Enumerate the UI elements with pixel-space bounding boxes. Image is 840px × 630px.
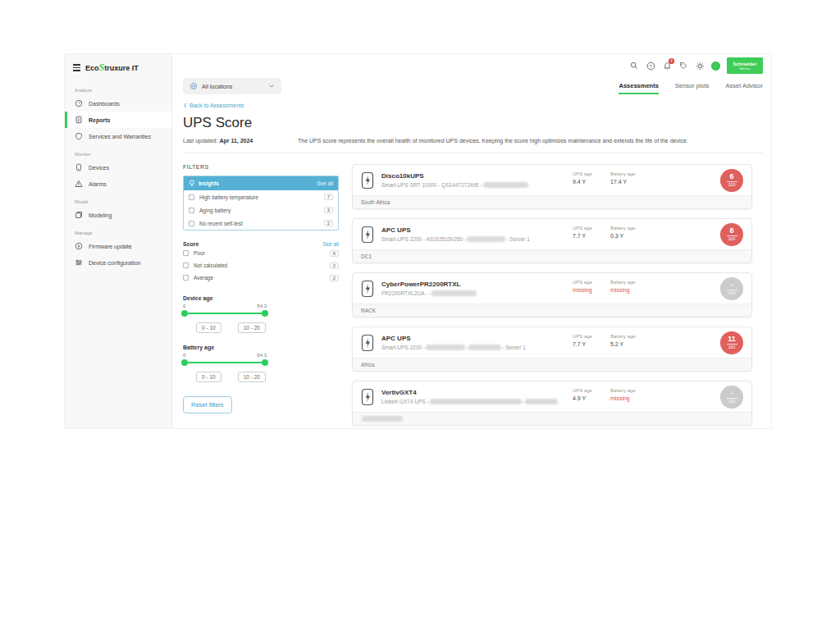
location-selector[interactable]: All locations — [183, 78, 281, 94]
ups-age-value: 7.7 Y — [573, 341, 592, 347]
slider-handle-max[interactable] — [262, 359, 268, 366]
battery-age-range-10-20[interactable]: 10 - 20 — [238, 372, 266, 382]
ups-device-icon — [361, 171, 374, 189]
sidebar-item-alarms[interactable]: Alarms — [65, 176, 171, 192]
score-denominator: 100 — [728, 291, 735, 295]
tabs: Assessments Sensor plots Asset Advisor — [619, 82, 763, 94]
slider-handle-min[interactable] — [181, 310, 188, 317]
device-model-serial: Smart-UPS 2200 - AS1635150260 - - Server… — [381, 236, 530, 242]
sidebar-header: EcoStruxure IT — [65, 54, 171, 80]
count-chip: 2 — [324, 220, 333, 226]
sidebar-item-reports[interactable]: Reports — [65, 112, 171, 128]
battery-age-slider[interactable] — [183, 359, 267, 366]
sidebar-item-modeling[interactable]: Modeling — [65, 207, 171, 223]
battery-age-value: 5.2 Y — [610, 341, 636, 347]
checkbox[interactable] — [189, 194, 194, 200]
device-card[interactable]: Disco10kUPS Smart-UPS SRT 10000 - QS1447… — [352, 164, 752, 209]
device-location: Africa — [353, 358, 751, 371]
tab-assessments[interactable]: Assessments — [619, 82, 658, 94]
help-icon[interactable]: ? — [646, 61, 655, 71]
device-model-serial: Liebert GXT4 UPS - - — [381, 399, 559, 404]
settings-gear-icon[interactable] — [695, 61, 705, 71]
ecostruxure-app-window: EcoStruxure IT Analyze Dashboards Report… — [64, 53, 772, 429]
device-card[interactable]: APC UPS Smart-UPS 2200 - - - Server 1 UP… — [352, 326, 752, 372]
sidebar-item-services-and-warranties[interactable]: Services and Warranties — [65, 128, 171, 144]
notifications-icon[interactable]: 9 — [662, 61, 672, 71]
page-description: The UPS score represents the overall hea… — [298, 138, 688, 144]
filter-score-not-calculated[interactable]: Not calculated 2 — [183, 259, 339, 272]
chevron-left-icon — [183, 103, 187, 108]
score-see-all-link[interactable]: See all — [322, 241, 339, 247]
score-denominator: 100 — [728, 345, 735, 349]
ups-age-value: 4.9 Y — [573, 395, 592, 401]
header-divider — [183, 153, 763, 153]
count-chip: 2 — [330, 275, 339, 281]
device-age-slider[interactable] — [183, 310, 267, 317]
filter-insight-high-battery-temperature[interactable]: High battery temperature 7 — [184, 190, 338, 203]
schneider-electric-logo[interactable]: Schneider Electric — [727, 57, 763, 74]
lightbulb-icon — [189, 180, 195, 187]
user-avatar[interactable] — [711, 62, 720, 71]
insights-filter-box: Insights See all High battery temperatur… — [183, 176, 339, 231]
sidebar: EcoStruxure IT Analyze Dashboards Report… — [65, 54, 172, 428]
firmware-update-icon — [75, 242, 83, 250]
device-model-serial: Smart-UPS 2200 - - - Server 1 — [381, 345, 526, 350]
device-card[interactable]: APC UPS Smart-UPS 2200 - AS1635150260 - … — [352, 218, 752, 263]
filter-insight-no-recent-self-test[interactable]: No recent self-test 2 — [184, 217, 338, 230]
device-name: Disco10kUPS — [381, 172, 529, 180]
sidebar-item-device-configuration[interactable]: Device configuration — [65, 254, 171, 271]
count-chip: 3 — [324, 207, 333, 213]
filter-insight-aging-battery[interactable]: Aging battery 3 — [184, 203, 338, 217]
ups-device-icon — [361, 280, 374, 298]
insights-see-all-link[interactable]: See all — [317, 180, 333, 186]
tab-sensor-plots[interactable]: Sensor plots — [675, 82, 710, 94]
alarm-triangle-icon — [75, 180, 83, 188]
checkbox[interactable] — [183, 250, 189, 256]
device-card[interactable]: CyberPowerPR2200RTXL PR2200RTXL2UA - - U… — [352, 272, 752, 317]
device-name: APC UPS — [381, 335, 526, 342]
filter-score-poor[interactable]: Poor 6 — [183, 247, 339, 259]
slider-handle-max[interactable] — [262, 310, 268, 317]
battery-age-label: Battery age — [610, 388, 636, 393]
menu-icon[interactable] — [73, 64, 80, 71]
ups-age-value: 7.7 Y — [573, 233, 592, 239]
reset-filters-button[interactable]: Reset filters — [183, 396, 232, 413]
ups-device-icon — [361, 226, 374, 244]
battery-age-range-0-10[interactable]: 0 - 10 — [196, 372, 221, 382]
checkbox[interactable] — [189, 221, 194, 226]
tab-asset-advisor[interactable]: Asset Advisor — [726, 82, 763, 94]
battery-age-value: missing — [610, 287, 636, 293]
device-model-serial: PR2200RTXL2UA - - — [381, 290, 477, 296]
sidebar-item-devices[interactable]: Devices — [65, 159, 171, 176]
checkbox[interactable] — [183, 275, 189, 281]
checkbox[interactable] — [183, 262, 189, 268]
back-to-assessments-link[interactable]: Back to Assessments — [183, 103, 244, 108]
device-card[interactable]: VertivGXT4 Liebert GXT4 UPS - - UPS age … — [352, 381, 752, 426]
sidebar-item-dashboards[interactable]: Dashboards — [65, 95, 171, 112]
warranty-tag-icon — [75, 132, 83, 140]
device-age-range-10-20[interactable]: 10 - 20 — [238, 322, 266, 333]
notification-badge: 9 — [669, 58, 674, 64]
device-location: South Africa — [353, 195, 751, 208]
device-age-max: 54.3 — [257, 304, 267, 308]
feedback-tag-icon[interactable] — [678, 61, 688, 71]
device-name: VertivGXT4 — [381, 389, 559, 396]
device-age-filter: Device age 0 54.3 0 - 10 — [183, 295, 339, 333]
battery-age-min: 0 — [183, 353, 185, 358]
ups-device-icon — [361, 334, 374, 352]
globe-icon — [189, 82, 198, 90]
device-age-range-0-10[interactable]: 0 - 10 — [196, 322, 221, 333]
ups-age-value: 9.4 Y — [573, 179, 592, 185]
checkbox[interactable] — [189, 208, 194, 213]
sidebar-item-firmware-update[interactable]: Firmware update — [65, 238, 171, 254]
controls-row: All locations Assessments Sensor plots A… — [183, 78, 763, 94]
topbar-actions: ? 9 Schneider Electric — [183, 54, 763, 74]
slider-handle-min[interactable] — [181, 359, 188, 366]
ups-age-label: UPS age — [573, 334, 592, 339]
sidebar-section-model: Model — [75, 199, 171, 204]
ups-score-badge: 6 100 — [720, 169, 743, 192]
filter-score-average[interactable]: Average 2 — [183, 272, 339, 284]
search-icon[interactable] — [629, 61, 639, 71]
score-denominator: 100 — [728, 183, 735, 187]
insights-header[interactable]: Insights See all — [184, 176, 338, 190]
